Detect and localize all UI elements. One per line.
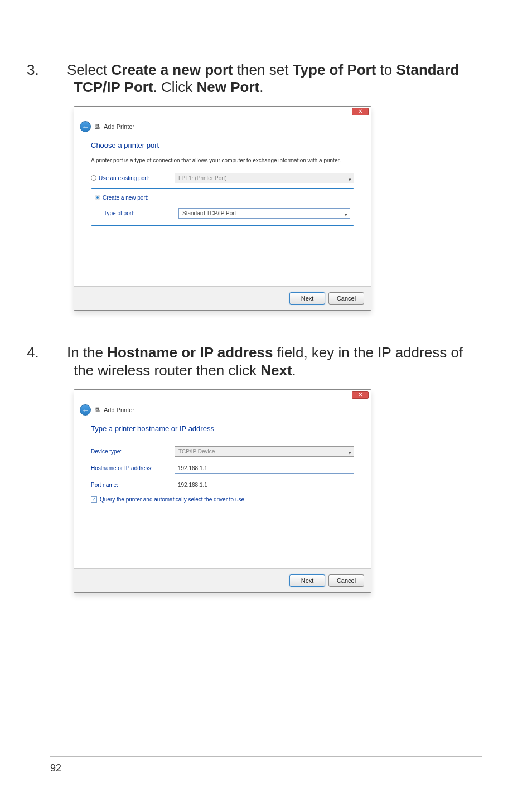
cancel-button[interactable]: Cancel <box>328 292 364 305</box>
hostname-input[interactable]: 192.168.1.1 <box>175 463 354 474</box>
checkbox-checked-icon: ✓ <box>91 496 97 503</box>
create-new-port-option[interactable]: Create a new port: <box>95 195 178 201</box>
printer-icon: 🖶 <box>94 123 100 130</box>
step-3-number: 3. <box>50 61 67 79</box>
create-new-port-row: Create a new port: <box>95 191 350 204</box>
cancel-button[interactable]: Cancel <box>328 574 364 587</box>
hostname-row: Hostname or IP address: 192.168.1.1 <box>91 462 354 475</box>
step-4: 4.In the Hostname or IP address field, k… <box>50 344 482 592</box>
portname-input[interactable]: 192.168.1.1 <box>175 480 354 490</box>
step-4-content: In the Hostname or IP address field, key… <box>67 344 463 378</box>
back-arrow-icon[interactable]: ← <box>80 404 91 416</box>
dialog-1-titlebar: ✕ <box>74 107 371 119</box>
close-icon[interactable]: ✕ <box>352 391 369 399</box>
back-arrow-icon[interactable]: ← <box>80 121 91 132</box>
query-printer-label: Query the printer and automatically sele… <box>100 496 244 503</box>
type-of-port-combo[interactable]: Standard TCP/IP Port ▾ <box>178 208 350 219</box>
radio-unselected-icon <box>91 175 96 181</box>
create-new-port-label: Create a new port: <box>103 195 148 201</box>
add-printer-dialog-1: ✕ ← 🖶 Add Printer Choose a printer port … <box>74 106 371 311</box>
dialog-2-header: ← 🖶 Add Printer <box>74 402 371 421</box>
hostname-value: 192.168.1.1 <box>178 465 207 471</box>
chevron-down-icon: ▾ <box>349 175 351 185</box>
page: 3.Select Create a new port then set Type… <box>0 0 532 802</box>
type-of-port-row: Type of port: Standard TCP/IP Port ▾ <box>95 206 350 220</box>
use-existing-port-row: Use an existing port: LPT1: (Printer Por… <box>91 171 354 185</box>
close-icon[interactable]: ✕ <box>352 108 369 115</box>
dialog-2-footer: Next Cancel <box>74 568 371 592</box>
step-3-content: Select Create a new port then set Type o… <box>67 61 459 95</box>
dialog-2-wrapper: ✕ ← 🖶 Add Printer Type a printer hostnam… <box>74 389 482 593</box>
dialog-1-wrapper: ✕ ← 🖶 Add Printer Choose a printer port … <box>74 106 482 311</box>
dialog-1-body: Choose a printer port A printer port is … <box>74 138 371 286</box>
dialog-2-titlebar: ✕ <box>74 390 371 402</box>
device-type-value: TCP/IP Device <box>178 448 215 455</box>
dialog-1-heading: Choose a printer port <box>91 141 354 149</box>
radio-selected-icon <box>95 195 100 200</box>
query-printer-row[interactable]: ✓ Query the printer and automatically se… <box>91 496 354 503</box>
portname-value: 192.168.1.1 <box>178 482 207 488</box>
type-of-port-label: Type of port: <box>104 210 178 216</box>
add-printer-dialog-2: ✕ ← 🖶 Add Printer Type a printer hostnam… <box>74 389 371 593</box>
existing-port-combo: LPT1: (Printer Port) ▾ <box>175 173 354 183</box>
use-existing-port-label: Use an existing port: <box>99 175 149 181</box>
next-button[interactable]: Next <box>289 292 325 305</box>
device-type-row: Device type: TCP/IP Device ▾ <box>91 445 354 458</box>
chevron-down-icon: ▾ <box>345 210 347 220</box>
dialog-1-title: Add Printer <box>104 123 134 130</box>
create-new-port-group: Create a new port: Type of port: Standar… <box>91 188 354 226</box>
printer-icon: 🖶 <box>94 407 100 413</box>
portname-label: Port name: <box>91 482 175 488</box>
chevron-down-icon: ▾ <box>349 448 351 458</box>
dialog-1-footer: Next Cancel <box>74 286 371 310</box>
step-3: 3.Select Create a new port then set Type… <box>50 61 482 311</box>
dialog-2-heading: Type a printer hostname or IP address <box>91 424 354 433</box>
next-button[interactable]: Next <box>289 574 325 587</box>
use-existing-port-option[interactable]: Use an existing port: <box>91 175 175 181</box>
step-4-text: 4.In the Hostname or IP address field, k… <box>50 344 482 379</box>
hostname-label: Hostname or IP address: <box>91 465 175 471</box>
existing-port-value: LPT1: (Printer Port) <box>178 175 227 181</box>
dialog-1-header: ← 🖶 Add Printer <box>74 119 371 138</box>
dialog-1-description: A printer port is a type of connection t… <box>91 157 354 163</box>
dialog-2-title: Add Printer <box>104 407 134 413</box>
type-of-port-value: Standard TCP/IP Port <box>182 210 236 216</box>
page-number: 92 <box>50 756 482 774</box>
step-3-text: 3.Select Create a new port then set Type… <box>50 61 482 96</box>
device-type-combo: TCP/IP Device ▾ <box>175 446 354 457</box>
portname-row: Port name: 192.168.1.1 <box>91 479 354 492</box>
step-4-number: 4. <box>50 344 67 361</box>
device-type-label: Device type: <box>91 448 175 455</box>
dialog-2-body: Type a printer hostname or IP address De… <box>74 421 371 568</box>
